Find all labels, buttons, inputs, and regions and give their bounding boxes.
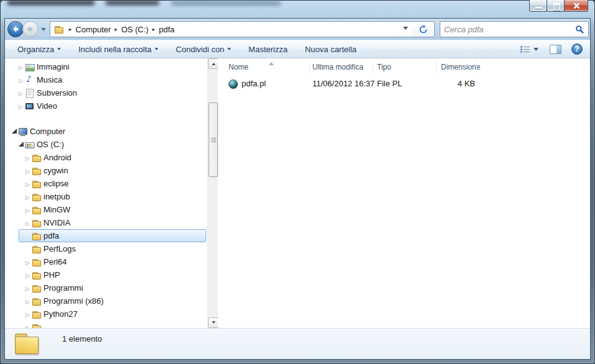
window-controls bbox=[530, 0, 588, 12]
recent-pages-dropdown-icon[interactable] bbox=[41, 28, 46, 34]
forward-button[interactable] bbox=[22, 21, 39, 37]
breadcrumb-segment-computer[interactable]: Computer bbox=[76, 25, 111, 34]
expand-arrow-icon[interactable] bbox=[24, 322, 32, 328]
expand-arrow-icon[interactable] bbox=[24, 283, 32, 293]
expand-arrow-icon[interactable] bbox=[17, 62, 25, 71]
expand-arrow-icon[interactable] bbox=[24, 205, 32, 214]
address-bar[interactable]: ▸Computer▸OS (C:)▸pdfa bbox=[50, 21, 412, 37]
sidebar-item-php[interactable]: PHP bbox=[5, 268, 207, 281]
expand-arrow-icon[interactable] bbox=[24, 218, 32, 227]
expand-arrow-icon[interactable] bbox=[24, 179, 32, 188]
scroll-up-button[interactable] bbox=[208, 58, 219, 69]
toolbar-button-condividi-con[interactable]: Condividi con bbox=[172, 42, 235, 57]
sidebar-item-video[interactable]: Video bbox=[5, 99, 207, 112]
sidebar-item-label: pdfa bbox=[43, 231, 63, 240]
sidebar-item-perl64[interactable]: Perl64 bbox=[5, 255, 207, 268]
column-header-tipo[interactable]: Tipo bbox=[377, 63, 391, 71]
sidebar-item-computer[interactable]: Computer bbox=[5, 125, 207, 138]
sidebar-item-programmi-x86[interactable]: Programmi (x86) bbox=[5, 294, 207, 307]
maximize-button[interactable] bbox=[547, 0, 565, 12]
header-separator[interactable] bbox=[436, 61, 437, 73]
back-button[interactable] bbox=[7, 21, 24, 37]
breadcrumb-arrow-icon[interactable]: ▸ bbox=[152, 26, 155, 32]
header-separator[interactable] bbox=[476, 61, 477, 73]
preview-pane-button[interactable] bbox=[550, 45, 561, 54]
sidebar-item-pdfa[interactable]: pdfa bbox=[5, 229, 207, 242]
expand-arrow-icon[interactable] bbox=[17, 75, 25, 84]
header-separator[interactable] bbox=[373, 61, 373, 73]
address-dropdown-icon[interactable] bbox=[403, 27, 408, 32]
file-name-label: pdfa.pl bbox=[242, 79, 266, 88]
sidebar-item-musica[interactable]: Musica bbox=[5, 73, 207, 86]
expand-arrow-icon[interactable] bbox=[24, 270, 32, 280]
collapse-arrow-icon[interactable] bbox=[17, 140, 25, 149]
folder-icon bbox=[32, 179, 42, 189]
expand-arrow-icon[interactable] bbox=[24, 166, 32, 175]
breadcrumb-segment-pdfa[interactable]: pdfa bbox=[159, 25, 175, 34]
toolbar-button-includi-nella-raccolta[interactable]: Includi nella raccolta bbox=[75, 42, 162, 57]
sidebar-item-nvidia[interactable]: NVIDIA bbox=[5, 216, 207, 229]
column-header-dimensione[interactable]: Dimensione bbox=[441, 63, 480, 71]
expand-arrow-icon[interactable] bbox=[24, 296, 32, 306]
sidebar-item-python27[interactable]: Python27 bbox=[5, 307, 207, 321]
expand-arrow-icon[interactable] bbox=[24, 153, 32, 162]
file-row-pdfa-pl[interactable]: pdfa.pl11/06/2012 16:37File PL4 KB bbox=[218, 78, 590, 91]
expand-arrow-icon[interactable] bbox=[24, 309, 32, 319]
breadcrumb-arrow-icon[interactable]: ▸ bbox=[69, 26, 72, 32]
help-icon[interactable]: ? bbox=[571, 43, 583, 55]
sidebar-item-label: Video bbox=[37, 101, 61, 111]
column-header-ultima-modifica[interactable]: Ultima modifica bbox=[312, 63, 363, 71]
collapse-arrow-icon[interactable] bbox=[10, 127, 18, 136]
toolbar-button-label: Organizza bbox=[17, 45, 54, 54]
toolbar-button-nuova-cartella[interactable]: Nuova cartella bbox=[301, 42, 360, 57]
blurred-title-text bbox=[106, 1, 159, 5]
toolbar-button-label: Includi nella raccolta bbox=[78, 45, 152, 54]
toolbar-button-masterizza[interactable]: Masterizza bbox=[245, 42, 291, 57]
folder-icon bbox=[32, 231, 42, 241]
sidebar-item-label: PerfLogs bbox=[43, 244, 79, 253]
triangle-up-icon bbox=[212, 61, 216, 65]
chevron-down-icon bbox=[155, 48, 158, 52]
refresh-button[interactable] bbox=[412, 21, 435, 37]
sidebar-item-immagini[interactable]: Immagini bbox=[5, 60, 207, 73]
sidebar-item-label: Perl64 bbox=[43, 257, 71, 266]
sidebar-item-subversion[interactable]: Subversion bbox=[5, 86, 207, 99]
toolbar-buttons: OrganizzaIncludi nella raccoltaCondividi… bbox=[5, 42, 370, 57]
scroll-down-button[interactable] bbox=[208, 317, 219, 328]
breadcrumb-segment-os-c[interactable]: OS (C:) bbox=[121, 25, 148, 34]
sidebar-item-inetpub[interactable]: inetpub bbox=[5, 190, 207, 203]
sidebar-item-cygwin[interactable]: cygwin bbox=[5, 164, 207, 177]
change-view-button[interactable] bbox=[520, 45, 538, 53]
sidebar-item-label: OS (C:) bbox=[37, 140, 68, 149]
sidebar-item-android[interactable]: Android bbox=[5, 151, 207, 164]
search-icon[interactable] bbox=[575, 25, 584, 34]
minimize-button[interactable] bbox=[529, 0, 547, 12]
scrollbar-thumb[interactable] bbox=[209, 102, 218, 177]
expand-arrow-icon[interactable] bbox=[17, 88, 25, 98]
folder-icon bbox=[32, 283, 42, 293]
sidebar-item-label: Musica bbox=[37, 75, 66, 84]
breadcrumb-arrow-icon[interactable]: ▸ bbox=[115, 26, 118, 32]
sidebar-item-os-c[interactable]: OS (C:) bbox=[5, 138, 207, 151]
close-button[interactable] bbox=[564, 0, 588, 12]
folder-icon bbox=[32, 205, 42, 215]
toolbar-button-organizza[interactable]: Organizza bbox=[14, 42, 65, 57]
sidebar-item-eclipse[interactable]: eclipse bbox=[5, 177, 207, 190]
expand-arrow-icon[interactable] bbox=[24, 257, 32, 266]
sidebar-item-partial[interactable] bbox=[5, 321, 207, 328]
expand-arrow-icon[interactable] bbox=[24, 192, 32, 201]
expand-arrow-icon[interactable] bbox=[17, 101, 25, 111]
column-header-nome[interactable]: Nome bbox=[229, 63, 248, 71]
sidebar-item-programmi[interactable]: Programmi bbox=[5, 281, 207, 294]
header-separator[interactable] bbox=[309, 61, 310, 73]
sidebar-item-label: Python27 bbox=[43, 309, 81, 319]
sidebar-item-label: Android bbox=[43, 153, 75, 162]
search-input[interactable] bbox=[444, 25, 575, 34]
sidebar-item-mingw[interactable]: MinGW bbox=[5, 203, 207, 216]
sidebar-scrollbar[interactable] bbox=[207, 58, 218, 328]
content-area: ImmaginiMusicaSubversionVideoComputerOS … bbox=[5, 58, 590, 328]
file-type-label: File PL bbox=[377, 79, 402, 88]
blurred-title-text bbox=[171, 1, 281, 6]
back-arrow-icon bbox=[11, 24, 20, 34]
sidebar-item-perflogs[interactable]: PerfLogs bbox=[5, 242, 207, 255]
